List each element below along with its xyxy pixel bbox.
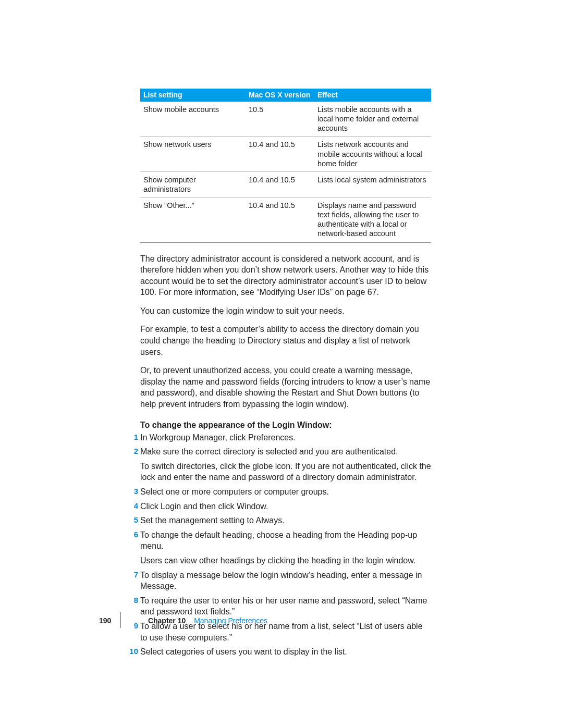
step-para: In Workgroup Manager, click Preferences. <box>140 432 431 443</box>
table-cell-effect: Lists mobile accounts with a local home … <box>314 102 431 137</box>
step-body: Click Login and then click Window. <box>140 501 431 512</box>
table-cell-version: 10.5 <box>246 102 314 137</box>
body-para: For example, to test a computer’s abilit… <box>140 324 431 357</box>
body-text: The directory administrator account is c… <box>140 253 431 658</box>
step-item: 2Make sure the correct directory is sele… <box>140 446 431 483</box>
step-para: Make sure the correct directory is selec… <box>140 446 431 458</box>
step-para: To switch directories, click the globe i… <box>140 461 431 483</box>
step-item: 8To require the user to enter his or her… <box>140 595 431 618</box>
step-number: 1 <box>128 432 138 442</box>
col-header-list-setting: List setting <box>140 89 246 102</box>
step-item: 4Click Login and then click Window. <box>140 501 431 512</box>
step-item: 3Select one or more computers or compute… <box>140 486 431 498</box>
col-header-macosx-version: Mac OS X version <box>246 89 314 102</box>
step-item: 1In Workgroup Manager, click Preferences… <box>140 432 431 443</box>
list-setting-table: List setting Mac OS X version Effect Sho… <box>140 89 431 243</box>
table-body: Show mobile accounts10.5Lists mobile acc… <box>140 102 431 242</box>
table-cell-setting: Show mobile accounts <box>140 102 246 137</box>
step-number: 5 <box>128 515 138 525</box>
step-item: 7To display a message below the login wi… <box>140 570 431 592</box>
step-para: Select one or more computers or computer… <box>140 486 431 498</box>
table-row: Show network users10.4 and 10.5Lists net… <box>140 137 431 171</box>
step-number: 8 <box>128 595 138 606</box>
page-footer: 190 Chapter 10 Managing Preferences <box>99 616 267 625</box>
step-number: 2 <box>128 446 138 456</box>
table-cell-effect: Displays name and password text fields, … <box>314 198 431 242</box>
table-header-row: List setting Mac OS X version Effect <box>140 89 431 102</box>
table-cell-setting: Show network users <box>140 137 246 171</box>
content-column: List setting Mac OS X version Effect Sho… <box>140 89 431 661</box>
step-number: 3 <box>128 486 138 497</box>
step-number: 6 <box>128 529 138 540</box>
step-body: To change the default heading, choose a … <box>140 529 431 566</box>
step-para: To require the user to enter his or her … <box>140 595 431 618</box>
table-row: Show “Other...”10.4 and 10.5Displays nam… <box>140 198 431 242</box>
body-para: The directory administrator account is c… <box>140 253 431 298</box>
page: List setting Mac OS X version Effect Sho… <box>0 0 563 728</box>
page-number: 190 <box>99 616 118 625</box>
chapter-title: Managing Preferences <box>194 616 267 625</box>
step-number: 10 <box>128 646 138 657</box>
step-item: 6To change the default heading, choose a… <box>140 529 431 566</box>
body-para: Or, to prevent unauthorized access, you … <box>140 365 431 410</box>
table-cell-setting: Show computer administrators <box>140 171 246 197</box>
table-cell-version: 10.4 and 10.5 <box>246 171 314 197</box>
step-body: Set the management setting to Always. <box>140 515 431 526</box>
step-number: 7 <box>128 570 138 580</box>
step-body: To display a message below the login win… <box>140 570 431 592</box>
step-para: Set the management setting to Always. <box>140 515 431 526</box>
table-cell-setting: Show “Other...” <box>140 198 246 242</box>
table-cell-version: 10.4 and 10.5 <box>246 137 314 171</box>
footer-rule <box>120 612 121 628</box>
step-item: 5Set the management setting to Always. <box>140 515 431 526</box>
table-row: Show computer administrators10.4 and 10.… <box>140 171 431 197</box>
table-cell-effect: Lists network accounts and mobile accoun… <box>314 137 431 171</box>
step-para: Select categories of users you want to d… <box>140 646 431 658</box>
body-para: You can customize the login window to su… <box>140 305 431 317</box>
procedure-title: To change the appearance of the Login Wi… <box>140 421 431 430</box>
step-para: To change the default heading, choose a … <box>140 529 431 552</box>
step-para: To display a message below the login win… <box>140 570 431 592</box>
table-cell-effect: Lists local system administrators <box>314 171 431 197</box>
col-header-effect: Effect <box>314 89 431 102</box>
chapter-label: Chapter 10 <box>148 616 186 625</box>
step-para: Users can view other headings by clickin… <box>140 555 431 566</box>
step-body: In Workgroup Manager, click Preferences. <box>140 432 431 443</box>
step-body: Select one or more computers or computer… <box>140 486 431 498</box>
step-body: Select categories of users you want to d… <box>140 646 431 658</box>
step-number: 4 <box>128 501 138 511</box>
step-item: 10Select categories of users you want to… <box>140 646 431 658</box>
step-body: To require the user to enter his or her … <box>140 595 431 618</box>
table-cell-version: 10.4 and 10.5 <box>246 198 314 242</box>
step-body: Make sure the correct directory is selec… <box>140 446 431 483</box>
table-row: Show mobile accounts10.5Lists mobile acc… <box>140 102 431 137</box>
step-para: Click Login and then click Window. <box>140 501 431 512</box>
